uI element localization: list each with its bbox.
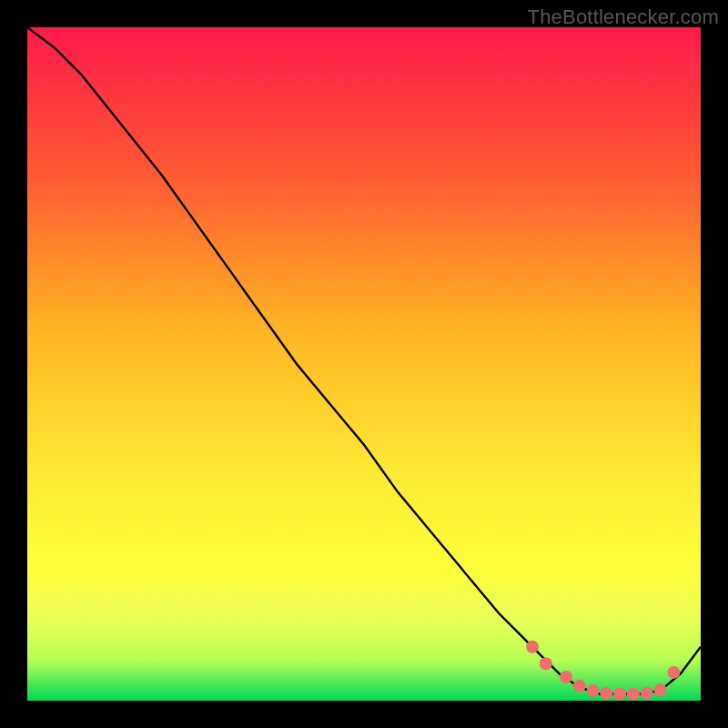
marker-dot [641, 687, 653, 700]
marker-dot [540, 657, 552, 670]
marker-dot [600, 687, 612, 700]
plot-area [27, 27, 701, 701]
marker-dot [526, 641, 539, 653]
marker-dot [667, 666, 680, 679]
marker-dot [560, 671, 572, 683]
marker-dot [587, 684, 600, 697]
chart-svg [27, 27, 701, 701]
chart-frame: TheBottlenecker.com [0, 0, 728, 728]
marker-dot [613, 688, 626, 701]
marker-dot [573, 680, 586, 693]
marker-dot [654, 683, 667, 696]
watermark-text: TheBottlenecker.com [528, 5, 719, 29]
gradient-background [27, 27, 701, 701]
marker-dot [627, 688, 640, 701]
